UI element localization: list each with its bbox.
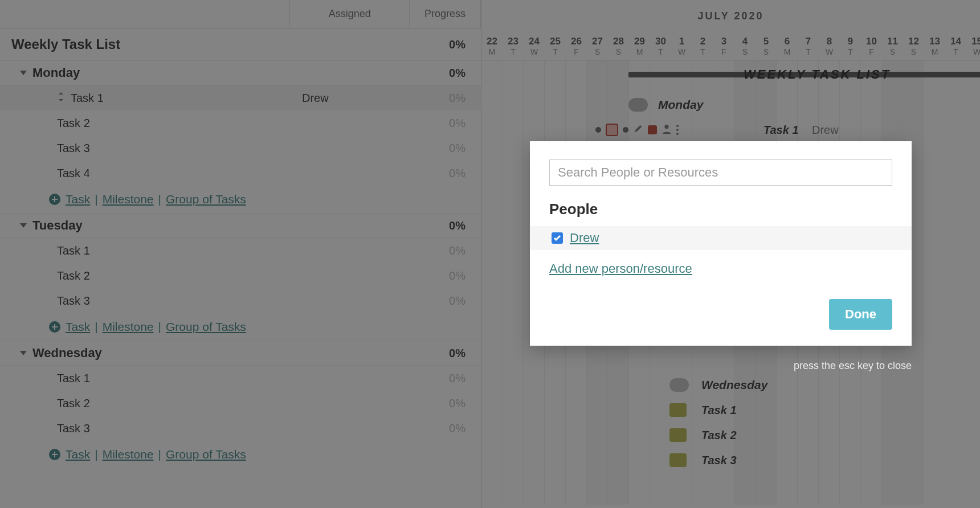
checkbox-checked-icon[interactable]: [552, 232, 563, 244]
person-name-link[interactable]: Drew: [570, 231, 599, 245]
person-row[interactable]: Drew: [530, 226, 912, 250]
people-heading: People: [549, 200, 892, 218]
esc-hint: press the esc key to close: [530, 360, 912, 372]
search-input[interactable]: [549, 159, 892, 186]
assign-resource-dialog: People Drew Add new person/resource Done: [530, 141, 912, 346]
app-root: Assigned Progress Weekly Task List 0% Mo…: [0, 0, 980, 508]
add-person-link[interactable]: Add new person/resource: [549, 261, 892, 276]
done-button[interactable]: Done: [829, 299, 892, 330]
